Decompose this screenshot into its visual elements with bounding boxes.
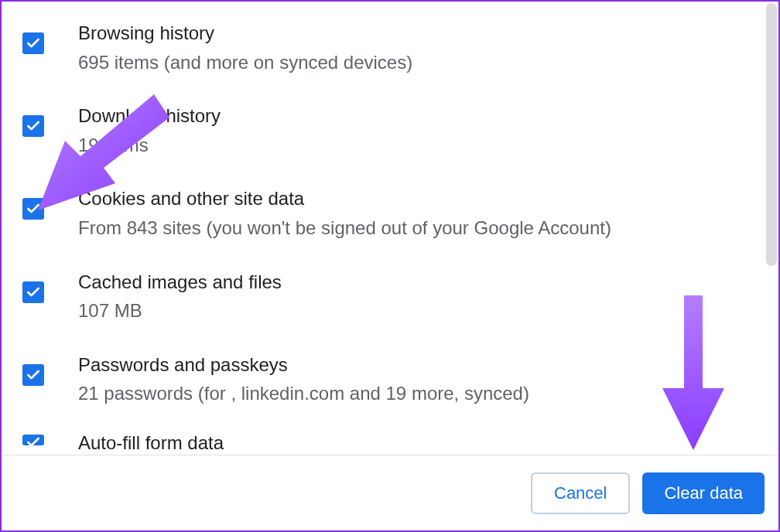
option-cookies: Cookies and other site data From 843 sit…	[22, 181, 755, 240]
checkbox-cookies[interactable]	[22, 198, 44, 220]
checkbox-download-history[interactable]	[22, 115, 44, 137]
option-title: Auto-fill form data	[78, 430, 755, 455]
option-title: Browsing history	[78, 20, 755, 46]
option-autofill: Auto-fill form data	[22, 430, 755, 455]
option-cached: Cached images and files 107 MB	[22, 264, 755, 324]
checkbox-passwords[interactable]	[22, 364, 44, 386]
option-passwords: Passwords and passkeys 21 passwords (for…	[22, 347, 755, 407]
option-text: Browsing history 695 items (and more on …	[78, 15, 755, 75]
check-icon	[26, 36, 41, 51]
option-text: Cached images and files 107 MB	[78, 264, 755, 324]
option-subtitle: 19 items	[78, 132, 755, 159]
clear-data-button-label: Clear data	[664, 483, 743, 503]
option-text: Passwords and passkeys 21 passwords (for…	[78, 347, 755, 407]
option-text: Download history 19 items	[78, 98, 755, 158]
checkbox-browsing-history[interactable]	[22, 32, 44, 54]
option-title: Download history	[78, 103, 755, 129]
check-icon	[26, 201, 41, 217]
option-download-history: Download history 19 items	[22, 98, 755, 158]
checkbox-autofill[interactable]	[22, 435, 44, 445]
option-text: Cookies and other site data From 843 sit…	[78, 181, 755, 240]
checkbox-cached[interactable]	[22, 281, 44, 303]
option-subtitle: From 843 sites (you won't be signed out …	[78, 215, 755, 241]
option-title: Cookies and other site data	[78, 186, 755, 212]
cancel-button-label: Cancel	[554, 483, 607, 503]
option-browsing-history: Browsing history 695 items (and more on …	[22, 15, 755, 75]
option-title: Passwords and passkeys	[78, 352, 755, 378]
cancel-button[interactable]: Cancel	[531, 472, 630, 514]
options-scroll-area: Browsing history 695 items (and more on …	[2, 2, 778, 455]
option-subtitle: 107 MB	[78, 298, 755, 324]
check-icon	[26, 118, 41, 134]
check-icon	[26, 367, 41, 383]
option-subtitle: 21 passwords (for , linkedin.com and 19 …	[78, 380, 755, 407]
scrollbar[interactable]	[766, 3, 777, 266]
dialog-footer: Cancel Clear data	[2, 455, 778, 530]
options-list: Browsing history 695 items (and more on …	[2, 15, 778, 455]
option-subtitle: 695 items (and more on synced devices)	[78, 49, 755, 76]
check-icon	[26, 285, 41, 300]
option-text: Auto-fill form data	[78, 430, 755, 455]
clear-data-button[interactable]: Clear data	[642, 472, 765, 514]
option-title: Cached images and files	[78, 269, 755, 295]
check-icon	[26, 435, 41, 445]
